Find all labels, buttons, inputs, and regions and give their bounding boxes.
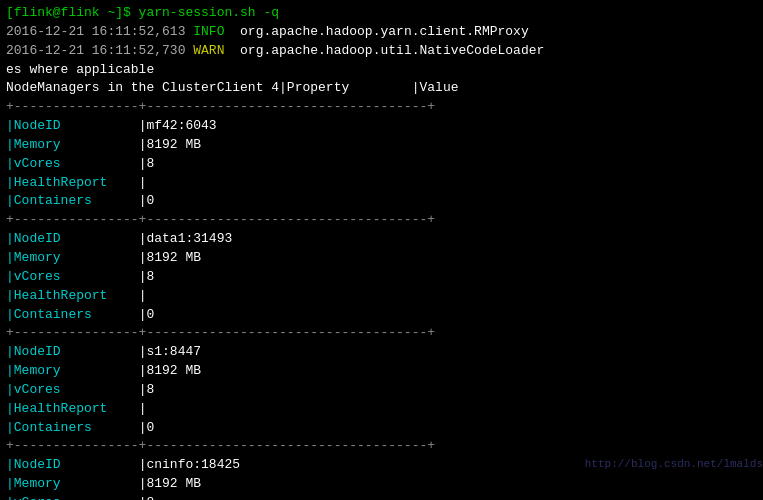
prompt-text: [flink@flink ~]$ yarn-session.sh -q [6,5,279,20]
node3-containers: |Containers |0 [6,419,757,438]
node2-vcores: |vCores |8 [6,268,757,287]
sep-top-1: +----------------+----------------------… [6,98,757,117]
node1-memory: |Memory |8192 MB [6,136,757,155]
node3-id: |NodeID |s1:8447 [6,343,757,362]
node3-vcores: |vCores |8 [6,381,757,400]
log-line-2: 2016-12-21 16:11:52,730 WARN org.apache.… [6,42,757,61]
node4-memory: |Memory |8192 MB [6,475,757,494]
sep-3: +----------------+----------------------… [6,437,757,456]
node3-health: |HealthReport | [6,400,757,419]
prompt-line: [flink@flink ~]$ yarn-session.sh -q [6,4,757,23]
log-line-3: es where applicable [6,61,757,80]
node1-containers: |Containers |0 [6,192,757,211]
node1-vcores: |vCores |8 [6,155,757,174]
sep-1: +----------------+----------------------… [6,211,757,230]
node2-containers: |Containers |0 [6,306,757,325]
node1-health: |HealthReport | [6,174,757,193]
log-line-1: 2016-12-21 16:11:52,613 INFO org.apache.… [6,23,757,42]
node1-id: |NodeID |mf42:6043 [6,117,757,136]
watermark: http://blog.csdn.net/lmalds [585,458,763,470]
sep-2: +----------------+----------------------… [6,324,757,343]
node2-id: |NodeID |data1:31493 [6,230,757,249]
node3-memory: |Memory |8192 MB [6,362,757,381]
terminal-window: [flink@flink ~]$ yarn-session.sh -q 2016… [0,0,763,500]
cluster-header: NodeManagers in the ClusterClient 4|Prop… [6,79,757,98]
node2-health: |HealthReport | [6,287,757,306]
node4-vcores: |vCores |8 [6,494,757,500]
node2-memory: |Memory |8192 MB [6,249,757,268]
